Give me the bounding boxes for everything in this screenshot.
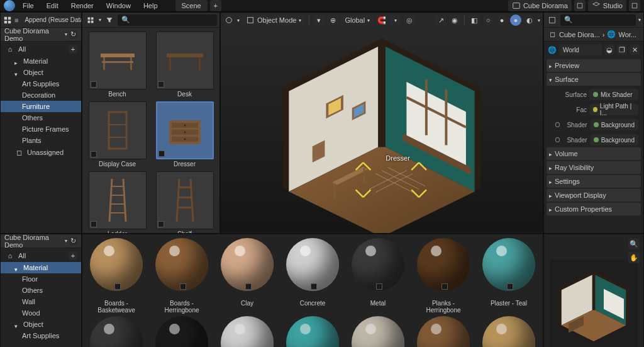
tree-others[interactable]: Others (1, 112, 81, 123)
tree-furniture[interactable]: Furniture (1, 101, 81, 112)
tree-art-supplies[interactable]: Art Supplies (1, 78, 81, 89)
asset-ladder[interactable]: Ladder (86, 171, 148, 233)
shading-solid[interactable]: ● (496, 14, 508, 26)
props-search[interactable]: 🔍 (560, 14, 636, 26)
tree-object[interactable]: Object (1, 319, 81, 330)
editor-type-button[interactable] (223, 14, 235, 26)
menu-render[interactable]: Render (66, 0, 99, 11)
panel-custom-properties[interactable]: Custom Properties (547, 203, 641, 215)
asset-grid[interactable]: Bench Desk Display Case Dresser Ladder S… (82, 28, 219, 233)
material-cell[interactable]: Concrete (284, 238, 341, 314)
browse-world-button[interactable]: ◒ (604, 45, 614, 55)
material-cell[interactable]: Boards - Basketweave (87, 238, 145, 314)
asset-checkbox[interactable] (441, 283, 448, 290)
menu-help[interactable]: Help (138, 0, 163, 11)
mode-dropdown[interactable]: Object Mode ▾ (242, 14, 305, 26)
asset-checkbox[interactable] (114, 283, 121, 290)
asset-desk[interactable]: Desk (153, 31, 216, 98)
tree-all[interactable]: ⌂All+ (1, 249, 81, 262)
import-mode-dropdown[interactable]: Append (Reuse Data) ▾ (21, 14, 82, 26)
asset-checkbox[interactable] (158, 151, 165, 157)
filter-button[interactable] (104, 14, 115, 26)
asset-checkbox[interactable] (91, 221, 97, 227)
display-mode-button[interactable] (85, 14, 96, 26)
material-grid[interactable]: Boards - Basketweave Boards - Herringbon… (82, 234, 543, 347)
asset-search[interactable]: 🔍 (118, 14, 217, 26)
tree-material[interactable]: Material (1, 262, 81, 273)
orientation-dropdown[interactable]: Global ▾ (341, 14, 374, 26)
breadcrumb-scene[interactable]: Cube Diora... (559, 31, 600, 38)
snap-button[interactable]: 🧲 (376, 14, 387, 26)
add-workspace-button[interactable]: + (210, 0, 221, 11)
editor-type-button[interactable] (547, 14, 558, 26)
cursor-button[interactable]: ⊕ (327, 14, 338, 26)
snap-dropdown[interactable]: ▾ (390, 14, 401, 26)
asset-checkbox[interactable] (91, 81, 97, 88)
xray-button[interactable]: ◧ (469, 14, 480, 26)
tree-others[interactable]: Others (1, 285, 81, 296)
asset-checkbox[interactable] (91, 151, 97, 157)
shading-wireframe[interactable]: ○ (482, 14, 494, 26)
tree-unassigned[interactable]: ◻Unassigned (1, 146, 81, 159)
shading-material[interactable]: ● (510, 14, 521, 26)
asset-display-case[interactable]: Display Case (86, 101, 148, 168)
panel-settings[interactable]: Settings (547, 175, 641, 188)
tree-plants[interactable]: Plants (1, 135, 81, 146)
menu-file[interactable]: File (18, 0, 39, 11)
asset-checkbox[interactable] (245, 283, 252, 290)
panel-preview[interactable]: Preview (547, 59, 641, 72)
tree-wood[interactable]: Wood (1, 307, 81, 319)
menu-window[interactable]: Window (101, 0, 136, 11)
panel-volume[interactable]: Volume (547, 147, 641, 160)
surface-shader-field[interactable]: Mix Shader (589, 89, 638, 100)
add-category-button[interactable]: + (69, 251, 77, 260)
library-selector-bottom[interactable]: Cube Diorama Demo ▾ ↻ (1, 234, 81, 248)
zoom-icon[interactable]: 🔍 (628, 238, 640, 249)
select-menu[interactable]: ▾ (313, 14, 325, 26)
socket-icon[interactable] (555, 137, 560, 142)
proportional-button[interactable]: ◎ (404, 14, 415, 26)
menu-edit[interactable]: Edit (42, 0, 64, 11)
asset-checkbox[interactable] (311, 283, 317, 290)
menu-expand-icon[interactable]: ≡ (14, 14, 18, 26)
tree-picture-frames[interactable]: Picture Frames (1, 123, 81, 135)
overlay-button[interactable]: ◉ (449, 14, 460, 26)
scene-selector[interactable]: Cube Diorama (508, 0, 572, 11)
asset-checkbox[interactable] (507, 283, 513, 290)
shader2-field[interactable]: Background (590, 134, 638, 145)
refresh-icon[interactable]: ↻ (70, 30, 77, 39)
tree-wall[interactable]: Wall (1, 296, 81, 307)
tree-material[interactable]: Material (1, 55, 81, 67)
shader1-field[interactable]: Background (590, 119, 638, 130)
viewport-3d[interactable]: ▾ Object Mode ▾ ▾ ⊕ Global ▾ 🧲 ▾ ◎ ↗ ◉ ◧… (220, 12, 543, 234)
new-world-button[interactable]: ❐ (617, 45, 627, 55)
refresh-icon[interactable]: ↻ (70, 237, 77, 246)
material-cell[interactable]: Planks - Herringbone (414, 238, 472, 314)
socket-icon[interactable] (555, 122, 560, 127)
tree-art-supplies[interactable]: Art Supplies (1, 330, 81, 341)
viewlayer-selector[interactable]: Studio (588, 0, 626, 11)
fac-field[interactable]: Light Path | I... (589, 104, 638, 115)
scene-browse-button[interactable] (574, 0, 586, 11)
asset-bench[interactable]: Bench (86, 31, 148, 98)
material-cell[interactable]: Boards - Herringbone (153, 238, 211, 314)
workspace-tab[interactable]: Scene (175, 0, 208, 11)
viewlayer-browse-button[interactable] (629, 0, 640, 11)
panel-surface[interactable]: Surface (547, 73, 641, 86)
material-cell[interactable]: Plaster - Teal (480, 238, 538, 314)
library-selector[interactable]: Cube Diorama Demo ▾ ↻ (1, 28, 81, 42)
asset-dresser[interactable]: Dresser (153, 101, 216, 168)
breadcrumb-world[interactable]: Wor... (618, 31, 636, 38)
pan-icon[interactable]: ✋ (628, 252, 640, 263)
asset-checkbox[interactable] (158, 81, 164, 88)
asset-checkbox[interactable] (158, 221, 164, 227)
tree-floor[interactable]: Floor (1, 273, 81, 285)
tree-object[interactable]: Object (1, 67, 81, 78)
asset-shelf[interactable]: Shelf (153, 171, 216, 233)
add-category-button[interactable]: + (69, 45, 77, 54)
shading-rendered[interactable]: ◐ (524, 14, 535, 26)
editor-type-button[interactable] (3, 14, 12, 26)
gizmo-button[interactable]: ↗ (435, 14, 447, 26)
unlink-world-button[interactable]: ✕ (630, 45, 640, 55)
tree-decoration[interactable]: Decoration (1, 89, 81, 101)
